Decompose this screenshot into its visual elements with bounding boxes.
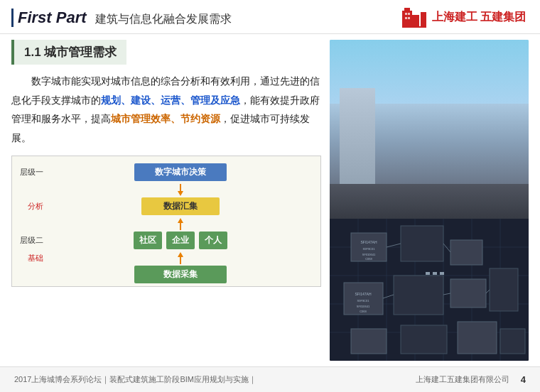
header-left: First Part 建筑与信息化融合发展需求	[11, 9, 232, 27]
section-number: 1.1	[24, 45, 41, 59]
svg-rect-33	[450, 279, 486, 307]
svg-rect-4	[402, 26, 426, 28]
footer-company: 上海建工五建集团有限公司	[416, 374, 509, 385]
svg-rect-8	[408, 17, 410, 19]
header-subtitle: 建筑与信息化融合发展需求	[95, 12, 232, 27]
hub-box-container: 数据汇集	[46, 197, 315, 215]
arrow-head-up-2	[178, 252, 183, 257]
diagram: 层级一 数字城市决策 分析 数据汇集	[11, 156, 321, 287]
header: First Part 建筑与信息化融合发展需求 上海建工 五建集团	[0, 0, 540, 34]
circuit-layer: SFI147AH S9F9C01 SF010641 C068 SFI147AH …	[330, 184, 529, 361]
diagram-row-1: 层级一 数字城市决策	[18, 163, 315, 181]
footer-page: 4	[521, 374, 526, 385]
level1-label: 层级一	[18, 167, 46, 178]
collect-box-container: 数据采集	[46, 266, 315, 283]
arrow-row-1	[18, 184, 315, 196]
svg-rect-35	[351, 329, 387, 354]
highlight-1: 规划、建设、运营、管理及应急	[101, 94, 240, 106]
svg-rect-44	[426, 272, 430, 275]
arrow-head-1	[178, 191, 183, 196]
diagram-row-4: 数据采集	[18, 266, 315, 283]
body-paragraph: 数字城市能实现对城市信息的综合分析和有效利用，通过先进的信息化手段支撑城市的规划…	[11, 72, 321, 147]
first-part-label: First Part	[11, 9, 87, 27]
arrow-row-3: 基础	[18, 252, 315, 264]
svg-text:S9F9C01: S9F9C01	[363, 247, 376, 251]
svg-rect-2	[412, 15, 419, 28]
svg-rect-25	[401, 226, 443, 261]
svg-text:C068: C068	[365, 257, 372, 261]
main-content: 1.1 城市管理需求 数字城市能实现对城市信息的综合分析和有效利用，通过先进的信…	[0, 34, 540, 366]
svg-rect-46	[440, 272, 444, 275]
vert-line-2	[180, 223, 181, 230]
svg-text:SF010641: SF010641	[362, 253, 376, 256]
svg-rect-3	[421, 12, 426, 28]
arrow-row-2	[18, 218, 315, 230]
logo-icon	[401, 5, 428, 31]
svg-rect-32	[394, 276, 443, 315]
vert-line-1	[180, 184, 181, 191]
logo-text: 上海建工 五建集团	[432, 10, 526, 25]
enterprise-box: 企业	[166, 232, 195, 249]
person-box: 个人	[199, 232, 227, 249]
hub-box: 数据汇集	[141, 197, 220, 215]
svg-rect-5	[405, 13, 407, 15]
footer-right: 上海建工五建集团有限公司 4	[416, 374, 526, 385]
decision-box: 数字城市决策	[134, 163, 227, 181]
svg-text:SFI147AH: SFI147AH	[355, 292, 371, 296]
svg-rect-36	[401, 325, 447, 354]
section-title: 城市管理需求	[41, 45, 117, 59]
foundation-label: 基础	[18, 253, 46, 263]
svg-text:C068: C068	[360, 310, 367, 313]
footer: 2017上海城博会系列论坛｜装配式建筑施工阶段BIM应用规划与实施｜ 上海建工五…	[0, 366, 540, 392]
city-image: SFI147AH S9F9C01 SF010641 C068 SFI147AH …	[330, 40, 529, 361]
section-title-box: 1.1 城市管理需求	[11, 40, 126, 65]
diagram-row-3: 层级二 社区 企业 个人	[18, 232, 315, 249]
level2-label: 层级二	[18, 235, 46, 246]
decision-box-container: 数字城市决策	[46, 163, 315, 181]
diagram-row-2: 分析 数据汇集	[18, 197, 315, 215]
arrow-head-up-1	[178, 218, 183, 223]
svg-rect-37	[458, 322, 497, 354]
level2-boxes: 社区 企业 个人	[46, 232, 315, 249]
svg-rect-7	[405, 17, 407, 19]
footer-left-text: 2017上海城博会系列论坛｜装配式建筑施工阶段BIM应用规划与实施｜	[14, 374, 256, 385]
svg-rect-34	[490, 268, 518, 311]
svg-rect-45	[433, 272, 437, 275]
circuit-svg: SFI147AH S9F9C01 SF010641 C068 SFI147AH …	[330, 219, 529, 361]
vert-line-3	[180, 257, 181, 264]
svg-text:SF010641: SF010641	[357, 305, 370, 308]
right-image-panel: SFI147AH S9F9C01 SF010641 C068 SFI147AH …	[330, 40, 529, 361]
svg-text:S9F9C01: S9F9C01	[357, 299, 370, 303]
community-box: 社区	[134, 232, 162, 249]
collect-box: 数据采集	[134, 266, 227, 283]
analysis-label: 分析	[18, 201, 46, 212]
svg-rect-26	[450, 240, 482, 265]
left-panel: 1.1 城市管理需求 数字城市能实现对城市信息的综合分析和有效利用，通过先进的信…	[11, 40, 321, 361]
arrow-2	[46, 218, 315, 230]
svg-text:SFI147AH: SFI147AH	[360, 240, 377, 244]
svg-rect-38	[500, 329, 525, 354]
svg-rect-1	[404, 8, 410, 12]
svg-rect-6	[408, 13, 410, 15]
highlight-2: 城市管理效率、节约资源	[111, 113, 220, 124]
logo-area: 上海建工 五建集团	[401, 5, 526, 31]
arrow-1	[46, 184, 315, 196]
arrow-3	[46, 252, 315, 264]
